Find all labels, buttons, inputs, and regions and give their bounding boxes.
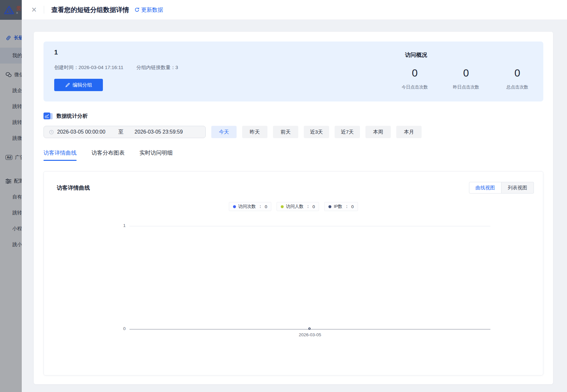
- modal-dim-overlay: [0, 0, 22, 392]
- visit-stats: 0 今日点击次数 0 昨日点击次数 0 总点击次数: [397, 67, 536, 90]
- drawer-body: 1 创建时间：2026-03-04 17:16:11 分组内链接数量：3 编辑分…: [22, 20, 567, 392]
- pencil-icon: [65, 83, 70, 88]
- stat-label: 今日点击次数: [397, 84, 433, 90]
- legend-dot-ip: [328, 205, 331, 208]
- legend-item-people[interactable]: 访问人数： 0: [277, 202, 319, 211]
- refresh-label: 更新数据: [141, 6, 163, 14]
- stats-section-title: 数据统计分析: [56, 113, 88, 120]
- group-meta: 创建时间：2026-03-04 17:16:11 分组内链接数量：3: [54, 65, 178, 71]
- chart-legend: 访问次数： 0 访问人数： 0 IP数： 0: [44, 202, 543, 211]
- main-panel: 1 创建时间：2026-03-04 17:16:11 分组内链接数量：3 编辑分…: [34, 32, 553, 384]
- date-filter-row: 2026-03-05 00:00:00 至 2026-03-05 23:59:5…: [43, 126, 543, 138]
- app-root: 爱 a 长链 我的: [0, 0, 567, 392]
- y-axis-tick-0: 0: [110, 326, 126, 331]
- chart-stats-icon: [43, 113, 53, 120]
- range-button-thisweek[interactable]: 本周: [365, 126, 391, 138]
- edit-group-button[interactable]: 编辑分组: [54, 79, 103, 91]
- visit-overview: 访问概况 0 今日点击次数 0 昨日点击次数 0: [397, 49, 536, 101]
- analysis-tabs: 访客详情曲线 访客分布图表 实时访问明细: [43, 149, 543, 161]
- tab-realtime-detail[interactable]: 实时访问明细: [140, 149, 173, 161]
- y-axis-tick-1: 1: [110, 223, 126, 228]
- header-divider: [44, 6, 44, 14]
- link-count: 分组内链接数量：3: [136, 65, 178, 71]
- list-view-button[interactable]: 列表视图: [501, 182, 534, 194]
- group-summary-card: 1 创建时间：2026-03-04 17:16:11 分组内链接数量：3 编辑分…: [43, 42, 543, 101]
- stat-value: 0: [448, 67, 484, 79]
- drawer-header: × 查看您的短链分组数据详情 更新数据: [22, 0, 567, 20]
- stat-value: 0: [499, 67, 536, 79]
- range-button-last3days[interactable]: 近3天: [304, 126, 329, 138]
- range-button-today[interactable]: 今天: [211, 126, 237, 138]
- close-icon[interactable]: ×: [31, 6, 37, 14]
- refresh-icon: [134, 7, 140, 12]
- range-button-last7days[interactable]: 近7天: [335, 126, 360, 138]
- group-name: 1: [54, 49, 178, 56]
- x-axis-label: 2026-03-05: [290, 332, 329, 337]
- range-button-yesterday[interactable]: 昨天: [242, 126, 267, 138]
- stat-today-clicks: 0 今日点击次数: [397, 67, 433, 90]
- refresh-data-link[interactable]: 更新数据: [134, 6, 163, 14]
- tab-visitor-curve[interactable]: 访客详情曲线: [43, 149, 77, 161]
- clock-icon: [49, 130, 54, 135]
- stats-section-head: 数据统计分析: [43, 113, 543, 120]
- legend-item-ip[interactable]: IP数： 0: [324, 202, 358, 211]
- legend-item-visits[interactable]: 访问次数： 0: [229, 202, 271, 211]
- range-button-thismonth[interactable]: 本月: [396, 126, 422, 138]
- group-summary-left: 1 创建时间：2026-03-04 17:16:11 分组内链接数量：3 编辑分…: [54, 49, 178, 101]
- gridline-y1: [129, 226, 490, 226]
- tab-visitor-distribution[interactable]: 访客分布图表: [92, 149, 125, 161]
- chart-title: 访客详情曲线: [57, 184, 90, 192]
- date-end-value: 2026-03-05 23:59:59: [135, 129, 183, 135]
- line-chart-plot: 1 0 2026-03-05: [44, 214, 543, 356]
- edit-group-label: 编辑分组: [73, 82, 92, 88]
- legend-dot-people: [281, 205, 284, 208]
- created-time: 创建时间：2026-03-04 17:16:11: [54, 65, 123, 71]
- stat-total-clicks: 0 总点击次数: [499, 67, 536, 90]
- stat-label: 昨日点击次数: [448, 84, 484, 90]
- sidebar: 爱 a 长链 我的: [0, 0, 22, 392]
- stat-value: 0: [397, 67, 433, 79]
- range-button-daybefore[interactable]: 前天: [273, 126, 298, 138]
- curve-view-button[interactable]: 曲线视图: [469, 182, 501, 194]
- date-range-picker[interactable]: 2026-03-05 00:00:00 至 2026-03-05 23:59:5…: [43, 126, 206, 138]
- legend-dot-visits: [233, 205, 236, 208]
- page-title: 查看您的短链分组数据详情: [51, 6, 129, 14]
- chart-header: 访客详情曲线 曲线视图 列表视图: [44, 172, 543, 194]
- stat-label: 总点击次数: [499, 84, 536, 90]
- stat-yesterday-clicks: 0 昨日点击次数: [448, 67, 484, 90]
- data-point-marker[interactable]: [308, 327, 311, 330]
- date-start-value: 2026-03-05 00:00:00: [57, 129, 105, 135]
- visit-overview-title: 访问概况: [405, 51, 536, 59]
- detail-drawer: × 查看您的短链分组数据详情 更新数据 1 创建时间：2026-03-04: [22, 0, 567, 392]
- visitor-curve-card: 访客详情曲线 曲线视图 列表视图 访问次数： 0: [43, 171, 543, 375]
- view-toggle: 曲线视图 列表视图: [469, 182, 534, 194]
- date-separator: 至: [118, 129, 124, 136]
